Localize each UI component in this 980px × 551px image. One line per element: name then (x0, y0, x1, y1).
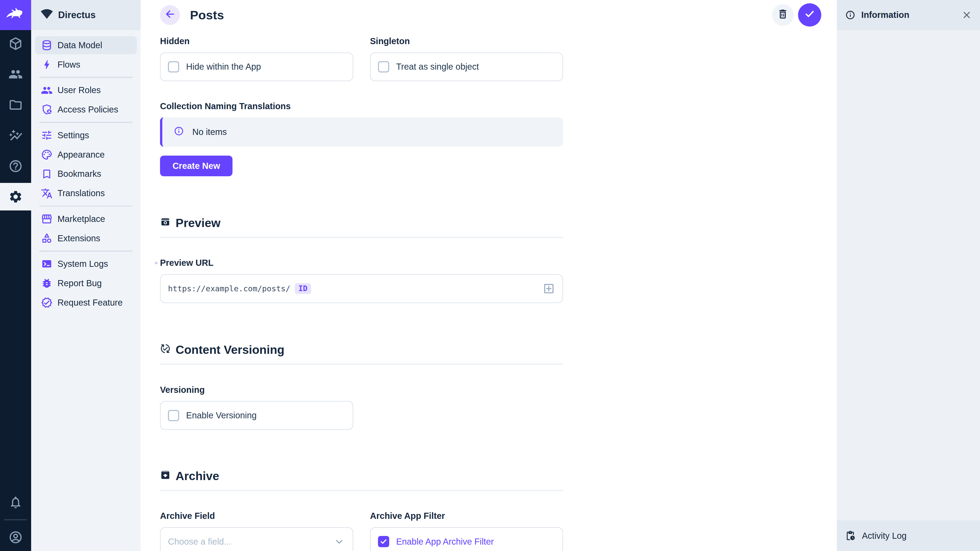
no-items-notice: No items (160, 118, 563, 147)
section-divider (160, 490, 563, 491)
project-switcher[interactable]: Directus (31, 0, 141, 30)
nav-item-label: Settings (57, 130, 89, 140)
directus-logo[interactable] (0, 0, 31, 30)
section-preview: Preview (160, 216, 563, 238)
settings-module-icon (8, 189, 23, 204)
field-archive-app-filter: Archive App Filter Enable App Archive Fi… (370, 511, 563, 551)
nav-item-label: System Logs (57, 259, 108, 269)
field-label: Singleton (370, 36, 563, 47)
field-label: Archive Field (160, 511, 353, 522)
nav-item-flows[interactable]: Flows (35, 56, 137, 74)
chevron-down-icon (333, 536, 345, 548)
singleton-checkbox-field[interactable]: Treat as single object (370, 52, 563, 81)
section-title: Archive (176, 469, 219, 483)
checkbox-unchecked[interactable] (378, 61, 389, 73)
nav-item-data-model[interactable]: Data Model (35, 36, 137, 54)
preview-url-input[interactable]: https://example.com/posts/ ID (160, 274, 563, 303)
nav-item-label: Bookmarks (57, 169, 101, 179)
module-bar-bottom (0, 489, 31, 551)
field-label: Versioning (160, 385, 353, 395)
nav-item-access-policies[interactable]: Access Policies (35, 100, 137, 119)
archive-field-select[interactable]: Choose a field... (160, 527, 353, 551)
activity-log-button[interactable]: Activity Log (837, 520, 980, 551)
checkbox-label: Enable App Archive Filter (396, 537, 494, 547)
field-versioning: Versioning Enable Versioning (160, 385, 353, 430)
rabbit-logo-icon (6, 6, 25, 23)
archive-icon (160, 470, 171, 483)
checkbox-label: Treat as single object (396, 62, 479, 72)
nav-item-translations[interactable]: Translations (35, 184, 137, 202)
checkbox-unchecked[interactable] (168, 61, 179, 73)
field-preview-url: Preview URL https://example.com/posts/ I… (160, 258, 563, 303)
archive-app-filter-checkbox-field[interactable]: Enable App Archive Filter (370, 527, 563, 551)
field-archive-field: Archive Field Choose a field... (160, 511, 353, 551)
checkbox-checked[interactable] (378, 536, 389, 547)
add-field-button[interactable] (542, 283, 555, 295)
add-box-icon (542, 287, 555, 297)
activity-log-label: Activity Log (862, 531, 907, 541)
user-menu-button[interactable] (0, 524, 31, 551)
section-content-versioning: Content Versioning (160, 343, 563, 365)
page-header: Posts (141, 0, 837, 30)
sidebar-title: Information (861, 10, 909, 20)
checkbox-unchecked[interactable] (168, 410, 179, 421)
hidden-checkbox-field[interactable]: Hide within the App (160, 52, 353, 81)
nav-item-label: Extensions (57, 233, 100, 243)
section-title: Preview (176, 216, 221, 230)
shield-person-icon (41, 103, 53, 116)
notifications-button[interactable] (0, 489, 31, 516)
nav-item-label: Data Model (57, 40, 102, 50)
nav-item-label: User Roles (57, 85, 100, 95)
field-label: Preview URL (160, 258, 563, 268)
module-bar-divider (4, 519, 27, 520)
content-module-icon (8, 37, 23, 51)
versioning-checkbox-field[interactable]: Enable Versioning (160, 401, 353, 430)
field-label: Collection Naming Translations (160, 101, 563, 112)
nav-item-label: Translations (57, 188, 105, 198)
id-field-chip[interactable]: ID (295, 283, 311, 294)
module-files[interactable] (0, 91, 31, 119)
module-content[interactable] (0, 30, 31, 58)
tune-icon (41, 129, 53, 141)
module-insights[interactable] (0, 122, 31, 149)
nav-item-label: Report Bug (57, 278, 102, 288)
no-items-text: No items (192, 127, 227, 137)
nav-item-system-logs[interactable]: System Logs (35, 255, 137, 273)
sidebar-body (837, 30, 980, 520)
module-settings[interactable] (0, 183, 31, 210)
nav-item-extensions[interactable]: Extensions (35, 229, 137, 248)
nav-item-request-feature[interactable]: Request Feature (35, 294, 137, 312)
close-sidebar-button[interactable] (961, 10, 972, 21)
nav-item-label: Appearance (57, 150, 105, 160)
preview-icon (160, 217, 171, 230)
nav-item-marketplace[interactable]: Marketplace (35, 210, 137, 228)
module-help[interactable] (0, 152, 31, 180)
save-button[interactable] (798, 3, 821, 27)
delete-button[interactable] (772, 4, 794, 26)
nav-item-appearance[interactable]: Appearance (35, 146, 137, 164)
account-circle-icon (8, 530, 23, 545)
notifications-bell-icon (8, 495, 23, 510)
main-content: Posts Hidden Hide within the App (141, 0, 837, 551)
nav-item-user-roles[interactable]: User Roles (35, 81, 137, 99)
back-button[interactable] (160, 5, 180, 25)
checkbox-label: Enable Versioning (186, 410, 256, 421)
nav-item-report-bug[interactable]: Report Bug (35, 274, 137, 292)
people-icon (41, 84, 53, 97)
module-users[interactable] (0, 61, 31, 88)
clipboard-clock-icon (845, 530, 856, 541)
shapes-icon (41, 232, 53, 245)
section-divider (160, 364, 563, 365)
create-new-button[interactable]: Create New (160, 156, 233, 176)
palette-icon (41, 148, 53, 161)
header-actions (772, 3, 821, 27)
close-icon (961, 13, 972, 22)
nav-item-settings[interactable]: Settings (35, 126, 137, 144)
info-sidebar: Information Activity Log (837, 0, 980, 551)
storefront-icon (41, 213, 53, 225)
help-module-icon (8, 159, 23, 173)
bolt-icon (41, 59, 53, 71)
bookmark-icon (41, 168, 53, 180)
field-label: Hidden (160, 36, 353, 47)
nav-item-bookmarks[interactable]: Bookmarks (35, 165, 137, 183)
